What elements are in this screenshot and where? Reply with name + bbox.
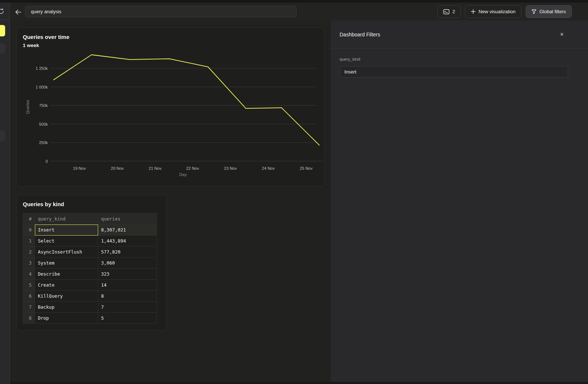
table-cell[interactable]: System bbox=[35, 258, 98, 269]
dashboard-canvas: Queries over time 1 week 1 250k1 000k750… bbox=[10, 21, 331, 382]
global-filters-button[interactable]: Global filters bbox=[526, 5, 572, 18]
table-row: 1Select1,443,894 bbox=[23, 236, 157, 247]
table-row: 6KillQuery8 bbox=[23, 291, 157, 302]
row-index-cell[interactable]: 4 bbox=[23, 269, 35, 280]
back-button[interactable] bbox=[14, 7, 23, 17]
table-row: 3System3,060 bbox=[23, 258, 157, 269]
x-tick-label: 25 Nov bbox=[300, 166, 313, 171]
x-tick-label: 21 Nov bbox=[149, 166, 162, 171]
topbar-actions: 2 New visualization Global filters bbox=[437, 5, 572, 18]
row-index-cell[interactable]: 6 bbox=[23, 291, 35, 302]
row-index-cell[interactable]: 2 bbox=[23, 247, 35, 258]
query-kind-filter-input[interactable] bbox=[340, 66, 568, 78]
queries-count-label: 2 bbox=[452, 9, 455, 14]
table-row: 8Drop5 bbox=[23, 313, 157, 324]
table-row: 4Describe323 bbox=[23, 269, 157, 280]
filter-field-label: query_kind bbox=[340, 57, 360, 61]
y-axis-title: Queries bbox=[25, 100, 30, 114]
table-card-queries-by-kind[interactable]: Queries by kind #query_kindqueries 0Inse… bbox=[17, 195, 167, 331]
refresh-button[interactable] bbox=[0, 8, 5, 15]
y-tick-label: 0 bbox=[46, 159, 48, 164]
table-title: Queries by kind bbox=[23, 201, 64, 207]
console-icon bbox=[443, 9, 449, 14]
y-tick-label: 750k bbox=[39, 103, 48, 108]
table-cell[interactable]: Backup bbox=[35, 302, 98, 313]
filters-panel-title: Dashboard Filters bbox=[340, 32, 380, 37]
queries-by-kind-table: #query_kindqueries 0Insert8,307,0211Sele… bbox=[23, 213, 157, 324]
table-cell[interactable]: 14 bbox=[98, 280, 157, 291]
table-cell[interactable]: AsyncInsertFlush bbox=[35, 247, 98, 258]
table-cell[interactable]: Select bbox=[35, 236, 98, 247]
queries-over-time-line-chart[interactable]: 1 250k1 000k750k500k250k019 Nov20 Nov21 … bbox=[17, 28, 325, 187]
row-index-cell[interactable]: 7 bbox=[23, 302, 35, 313]
table-cell[interactable]: 577,820 bbox=[98, 247, 157, 258]
table-row: 0Insert8,307,021 bbox=[23, 225, 157, 236]
table-cell[interactable]: Insert bbox=[35, 225, 98, 236]
table-cell[interactable]: 323 bbox=[98, 269, 157, 280]
dashboard-filters-panel: Dashboard Filters ✕ query_kind bbox=[331, 21, 588, 384]
table-row: 2AsyncInsertFlush577,820 bbox=[23, 247, 157, 258]
new-visualization-button[interactable]: New visualization bbox=[465, 5, 521, 18]
close-icon: ✕ bbox=[560, 32, 564, 37]
y-tick-label: 500k bbox=[39, 122, 48, 126]
new-visualization-label: New visualization bbox=[478, 9, 515, 14]
y-tick-label: 250k bbox=[39, 140, 48, 145]
row-index-cell[interactable]: 0 bbox=[23, 225, 35, 236]
x-tick-label: 22 Nov bbox=[186, 166, 199, 171]
funnel-icon bbox=[531, 9, 537, 14]
row-index-cell[interactable]: 1 bbox=[23, 236, 35, 247]
table-cell[interactable]: 8,307,021 bbox=[98, 225, 157, 236]
x-tick-label: 24 Nov bbox=[262, 166, 275, 171]
table-header-row: #query_kindqueries bbox=[23, 213, 157, 225]
sidebar bbox=[0, 0, 10, 384]
back-arrow-icon bbox=[15, 9, 22, 15]
table-row: 5Create14 bbox=[23, 280, 157, 291]
y-tick-label: 1 000k bbox=[36, 85, 48, 89]
x-axis-title: Day bbox=[179, 172, 187, 177]
table-cell[interactable]: 7 bbox=[98, 302, 157, 313]
dashboard-title-input[interactable] bbox=[25, 6, 297, 17]
refresh-icon bbox=[0, 8, 5, 15]
window-top-edge bbox=[0, 0, 588, 3]
x-tick-label: 20 Nov bbox=[111, 166, 124, 171]
sidebar-item-visualization-3[interactable] bbox=[0, 130, 5, 141]
table-cell[interactable]: Drop bbox=[35, 313, 98, 324]
row-index-cell[interactable]: 8 bbox=[23, 313, 35, 324]
x-tick-label: 19 Nov bbox=[73, 166, 86, 171]
table-cell[interactable]: 5 bbox=[98, 313, 157, 324]
table-cell[interactable]: KillQuery bbox=[35, 291, 98, 302]
column-header-query_kind[interactable]: query_kind bbox=[35, 213, 98, 225]
table-cell[interactable]: Create bbox=[35, 280, 98, 291]
close-filters-button[interactable]: ✕ bbox=[558, 30, 566, 38]
queries-count-button[interactable]: 2 bbox=[437, 5, 461, 18]
table-cell[interactable]: 3,060 bbox=[98, 258, 157, 269]
sidebar-item-visualization-2[interactable] bbox=[0, 43, 5, 53]
y-tick-label: 1 250k bbox=[36, 66, 48, 71]
column-header-queries[interactable]: queries bbox=[98, 213, 157, 225]
table-row: 7Backup7 bbox=[23, 302, 157, 313]
filters-panel-divider bbox=[331, 48, 588, 49]
column-header-index[interactable]: # bbox=[23, 213, 35, 225]
row-index-cell[interactable]: 5 bbox=[23, 280, 35, 291]
table-cell[interactable]: 1,443,894 bbox=[98, 236, 157, 247]
table-cell[interactable]: Describe bbox=[35, 269, 98, 280]
sidebar-item-visualization-1-selected[interactable] bbox=[0, 25, 5, 36]
row-index-cell[interactable]: 3 bbox=[23, 258, 35, 269]
table-cell[interactable]: 8 bbox=[98, 291, 157, 302]
plus-icon bbox=[471, 9, 476, 14]
chart-card-queries-over-time[interactable]: Queries over time 1 week 1 250k1 000k750… bbox=[17, 28, 325, 187]
sidebar-divider bbox=[0, 19, 10, 20]
topbar: 2 New visualization Global filters bbox=[10, 3, 588, 21]
global-filters-label: Global filters bbox=[539, 9, 566, 14]
x-tick-label: 23 Nov bbox=[224, 166, 237, 171]
content-bottom-edge bbox=[10, 382, 588, 384]
